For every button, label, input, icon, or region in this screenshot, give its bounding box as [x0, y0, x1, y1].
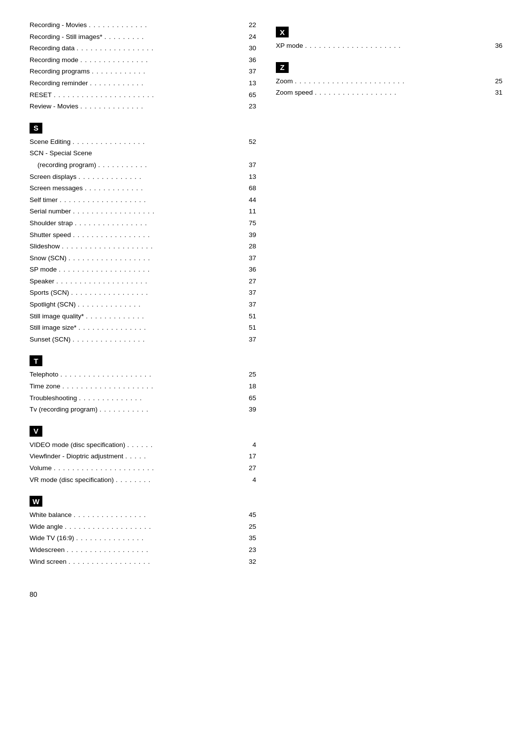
section-w-header: W — [30, 496, 42, 507]
entry-dots: . . . . . . . . . . . . . . . . . . . . — [60, 241, 244, 252]
list-item: Recording - Movies. . . . . . . . . . . … — [30, 20, 256, 31]
entry-page: 28 — [244, 241, 256, 252]
entry-dots: . . . . . — [123, 451, 244, 462]
entry-text: Screen messages — [30, 183, 83, 194]
entry-label: Self timer. . . . . . . . . . . . . . . … — [30, 195, 256, 206]
list-item: Still image size*. . . . . . . . . . . .… — [30, 322, 256, 333]
entry-dots: . . . . . . . . . . . . . . — [76, 299, 244, 310]
entry-dots: . . . . . . . . . . . . . . . — [76, 322, 244, 333]
entry-dots: . . . . . . . . . . . . . . . . — [70, 334, 244, 345]
entry-label: Wide angle. . . . . . . . . . . . . . . … — [30, 521, 256, 532]
entry-dots: . . . . . . . . . — [102, 32, 244, 42]
page-container: Recording - Movies. . . . . . . . . . . … — [30, 20, 502, 598]
entry-text: Tv (recording program) — [30, 404, 98, 415]
entry-text: Widescreen — [30, 545, 65, 555]
entry-text: VR mode (disc specification) — [30, 475, 114, 485]
entry-page: 30 — [244, 43, 256, 54]
entry-text: Scene Editing — [30, 137, 70, 147]
entry-dots: . . . . . . . . . . . . . . . . . — [75, 43, 244, 54]
entry-label: Screen messages. . . . . . . . . . . . .… — [30, 183, 256, 194]
entry-dots: . . . . . . . . . . . . . . . . . . — [71, 206, 244, 217]
entry-dots: . . . . . . . . . . . — [98, 404, 244, 415]
list-item: XP mode. . . . . . . . . . . . . . . . .… — [276, 40, 502, 51]
entry-page: 68 — [244, 183, 256, 194]
entry-dots: . . . . . . . . . . . . . — [87, 20, 244, 31]
entry-page: 22 — [244, 20, 256, 31]
list-item: Time zone. . . . . . . . . . . . . . . .… — [30, 381, 256, 392]
entry-text: SCN - Special Scene — [30, 148, 92, 159]
entry-label: XP mode. . . . . . . . . . . . . . . . .… — [276, 40, 502, 51]
section-v-block: V VIDEO mode (disc specification). . . .… — [30, 419, 256, 485]
entry-page: 18 — [244, 381, 256, 392]
entry-page: 23 — [244, 545, 256, 555]
entry-dots: . . . . . . . . . . . . — [90, 66, 244, 77]
list-item: Tv (recording program). . . . . . . . . … — [30, 404, 256, 415]
list-item: Self timer. . . . . . . . . . . . . . . … — [30, 195, 256, 206]
list-item: SP mode. . . . . . . . . . . . . . . . .… — [30, 264, 256, 275]
list-item: Wide TV (16:9). . . . . . . . . . . . . … — [30, 533, 256, 544]
entry-label: VIDEO mode (disc specification). . . . .… — [30, 440, 256, 450]
entry-text: Telephoto — [30, 369, 59, 380]
list-item: Screen displays. . . . . . . . . . . . .… — [30, 172, 256, 182]
entry-text: Review - Movies — [30, 101, 78, 112]
entry-text: Viewfinder - Dioptric adjustment — [30, 451, 123, 462]
entry-dots: . . . . . . . . — [114, 475, 244, 485]
section-z-entries: Zoom. . . . . . . . . . . . . . . . . . … — [276, 76, 502, 98]
section-s-header: S — [30, 123, 42, 134]
entry-dots: . . . . . . . . . . . . . . . . . . . — [63, 521, 244, 532]
list-item: Shoulder strap. . . . . . . . . . . . . … — [30, 218, 256, 229]
entry-dots: . . . . . . . . . . . . . . . . . . — [65, 545, 244, 555]
entry-page: 75 — [244, 218, 256, 229]
entry-label: Widescreen. . . . . . . . . . . . . . . … — [30, 545, 256, 555]
entry-page: 17 — [244, 451, 256, 462]
entry-label: Sunset (SCN). . . . . . . . . . . . . . … — [30, 334, 256, 345]
entry-page: 11 — [244, 206, 256, 217]
section-t-entries: Telephoto. . . . . . . . . . . . . . . .… — [30, 369, 256, 414]
list-item: Zoom speed. . . . . . . . . . . . . . . … — [276, 87, 502, 98]
list-item: Viewfinder - Dioptric adjustment. . . . … — [30, 451, 256, 462]
list-item: Shutter speed. . . . . . . . . . . . . .… — [30, 230, 256, 241]
entry-label: Troubleshooting. . . . . . . . . . . . .… — [30, 393, 256, 404]
entry-page: 25 — [244, 369, 256, 380]
entry-text: Recording data — [30, 43, 75, 54]
entry-label: Viewfinder - Dioptric adjustment. . . . … — [30, 451, 256, 462]
entry-label: Spotlight (SCN). . . . . . . . . . . . .… — [30, 299, 256, 310]
entry-label: Shutter speed. . . . . . . . . . . . . .… — [30, 230, 256, 241]
entry-dots: . . . . . . . . . . . . . . . . . . . . — [61, 381, 244, 392]
entry-page: 23 — [244, 101, 256, 112]
entry-label: White balance. . . . . . . . . . . . . .… — [30, 510, 256, 520]
list-item: VIDEO mode (disc specification). . . . .… — [30, 440, 256, 450]
entry-text: Recording - Still images* — [30, 32, 102, 42]
entry-text: SP mode — [30, 264, 57, 275]
entry-page: 24 — [244, 32, 256, 42]
entry-text: Recording programs — [30, 66, 90, 77]
entry-page: 13 — [244, 78, 256, 89]
left-column: Recording - Movies. . . . . . . . . . . … — [30, 20, 256, 571]
section-z-block: Z Zoom. . . . . . . . . . . . . . . . . … — [276, 55, 502, 98]
entry-page: 37 — [244, 253, 256, 264]
entry-text: Troubleshooting — [30, 393, 77, 404]
section-v-header: V — [30, 426, 42, 437]
entry-label: Snow (SCN). . . . . . . . . . . . . . . … — [30, 253, 256, 264]
entry-text: Still image size* — [30, 322, 76, 333]
entry-text: Recording reminder — [30, 78, 88, 89]
section-w-entries: White balance. . . . . . . . . . . . . .… — [30, 510, 256, 567]
two-column-layout: Recording - Movies. . . . . . . . . . . … — [30, 20, 502, 571]
section-t-block: T Telephoto. . . . . . . . . . . . . . .… — [30, 348, 256, 414]
entry-label: Volume. . . . . . . . . . . . . . . . . … — [30, 463, 256, 474]
entry-dots: . . . . . . . . . . . . . — [84, 311, 244, 322]
entry-dots: . . . . . . . . . . . . . . . — [74, 533, 244, 544]
entry-label: SP mode. . . . . . . . . . . . . . . . .… — [30, 264, 256, 275]
list-item: Speaker. . . . . . . . . . . . . . . . .… — [30, 276, 256, 287]
entry-label: Wind screen. . . . . . . . . . . . . . .… — [30, 556, 256, 567]
entry-text: Recording mode — [30, 55, 78, 66]
entry-dots: . . . . . . . . . . . . . — [83, 183, 244, 194]
entry-page: 37 — [244, 299, 256, 310]
entry-page: 37 — [244, 287, 256, 298]
section-w-block: W White balance. . . . . . . . . . . . .… — [30, 489, 256, 567]
entry-page: 65 — [244, 393, 256, 404]
entry-dots: . . . . . . . . . . . . . . . — [78, 55, 244, 66]
entry-label: Telephoto. . . . . . . . . . . . . . . .… — [30, 369, 256, 380]
entry-text: (recording program) — [37, 160, 96, 171]
list-item: White balance. . . . . . . . . . . . . .… — [30, 510, 256, 520]
